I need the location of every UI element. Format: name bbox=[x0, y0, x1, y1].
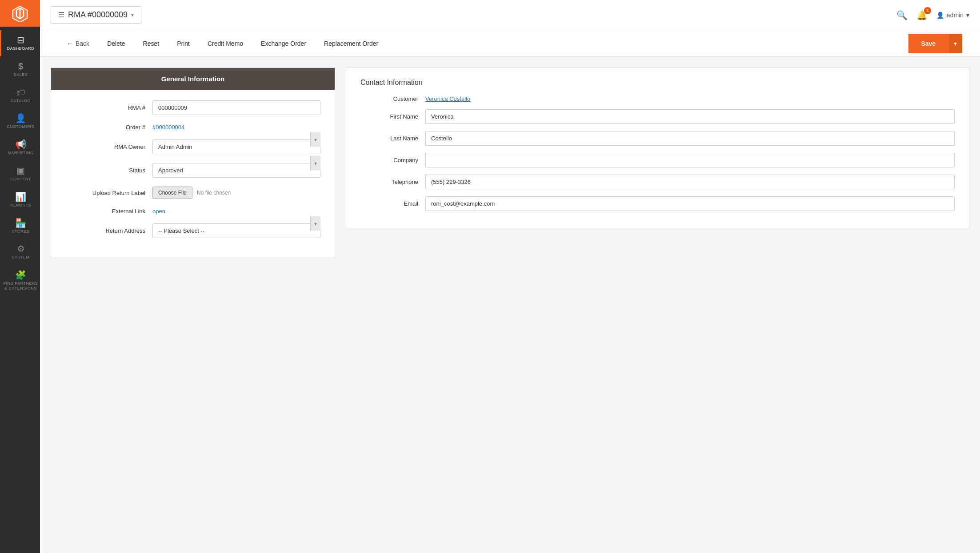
general-information-panel: General Information RMA # Order # #00000… bbox=[51, 68, 335, 258]
title-chevron-icon: ▾ bbox=[131, 12, 134, 18]
telephone-row: Telephone bbox=[360, 175, 955, 189]
general-info-header: General Information bbox=[51, 68, 335, 90]
sidebar-item-system[interactable]: ⚙ SYSTEM bbox=[0, 239, 40, 265]
telephone-label: Telephone bbox=[360, 179, 418, 185]
stores-icon: 🏪 bbox=[15, 219, 26, 227]
content-icon: ▣ bbox=[16, 166, 25, 175]
rma-owner-row: RMA Owner Admin Admin ▾ bbox=[65, 139, 320, 154]
page-content: General Information RMA # Order # #00000… bbox=[40, 57, 980, 553]
sidebar-item-reports[interactable]: 📊 REPORTS bbox=[0, 187, 40, 213]
admin-avatar-icon: 👤 bbox=[936, 12, 944, 19]
sidebar-item-label: MARKETING bbox=[8, 151, 33, 155]
save-dropdown-button[interactable]: ▾ bbox=[948, 34, 962, 53]
first-name-input[interactable] bbox=[425, 109, 955, 124]
sidebar: ⊟ DASHBOARD $ SALES 🏷 CATALOG 👤 CUSTOMER… bbox=[0, 0, 40, 553]
sidebar-item-extensions[interactable]: 🧩 FIND PARTNERS & EXTENSIONS bbox=[0, 265, 40, 296]
back-arrow-icon: ← bbox=[67, 40, 73, 47]
return-address-select[interactable]: -- Please Select -- bbox=[152, 223, 320, 238]
last-name-label: Last Name bbox=[360, 135, 418, 142]
status-select-wrap: Approved ▾ bbox=[152, 163, 320, 178]
delete-label: Delete bbox=[107, 40, 125, 47]
email-label: Email bbox=[360, 200, 418, 207]
reset-label: Reset bbox=[143, 40, 160, 47]
back-button[interactable]: ← Back bbox=[58, 30, 98, 57]
print-label: Print bbox=[177, 40, 190, 47]
rma-number-row: RMA # bbox=[65, 100, 320, 115]
admin-label: admin bbox=[947, 12, 964, 19]
customer-link[interactable]: Veronica Costello bbox=[425, 95, 470, 102]
exchange-order-label: Exchange Order bbox=[261, 40, 306, 47]
first-name-label: First Name bbox=[360, 113, 418, 120]
save-button[interactable]: Save bbox=[908, 34, 948, 53]
general-info-body: RMA # Order # #000000004 RMA Owner Admin… bbox=[51, 90, 335, 258]
exchange-order-button[interactable]: Exchange Order bbox=[252, 30, 315, 57]
back-label: Back bbox=[76, 40, 89, 47]
reset-button[interactable]: Reset bbox=[134, 30, 168, 57]
sidebar-item-content[interactable]: ▣ CONTENT bbox=[0, 161, 40, 187]
external-link-label: External Link bbox=[65, 208, 145, 215]
status-row: Status Approved ▾ bbox=[65, 163, 320, 178]
status-label: Status bbox=[65, 167, 145, 174]
sidebar-item-catalog[interactable]: 🏷 CATALOG bbox=[0, 83, 40, 109]
replacement-order-label: Replacement Order bbox=[324, 40, 378, 47]
contact-information-panel: Contact Information Customer Veronica Co… bbox=[346, 68, 969, 229]
return-address-label: Return Address bbox=[65, 227, 145, 234]
main-content: ☰ RMA #00000009 ▾ 🔍 🔔 3 👤 admin ▾ ← Back… bbox=[40, 0, 980, 553]
page-header: ☰ RMA #00000009 ▾ 🔍 🔔 3 👤 admin ▾ bbox=[40, 0, 980, 30]
search-icon[interactable]: 🔍 bbox=[896, 10, 908, 20]
sidebar-item-sales[interactable]: $ SALES bbox=[0, 56, 40, 83]
save-btn-group: Save ▾ bbox=[908, 34, 962, 53]
replacement-order-button[interactable]: Replacement Order bbox=[315, 30, 387, 57]
company-input[interactable] bbox=[425, 153, 955, 167]
external-link-row: External Link open bbox=[65, 208, 320, 215]
rma-number-label: RMA # bbox=[65, 104, 145, 111]
page-title-button[interactable]: ☰ RMA #00000009 ▾ bbox=[51, 6, 141, 24]
customer-row: Customer Veronica Costello bbox=[360, 95, 955, 102]
contact-info-title: Contact Information bbox=[360, 79, 955, 87]
customer-label: Customer bbox=[360, 95, 418, 102]
sidebar-item-customers[interactable]: 👤 CUSTOMERS bbox=[0, 108, 40, 135]
status-select[interactable]: Approved bbox=[152, 163, 320, 178]
sales-icon: $ bbox=[18, 62, 23, 71]
sidebar-logo bbox=[0, 0, 40, 27]
system-icon: ⚙ bbox=[17, 244, 25, 253]
rma-owner-select-wrap: Admin Admin ▾ bbox=[152, 139, 320, 154]
sidebar-item-label: CONTENT bbox=[10, 177, 31, 182]
external-link[interactable]: open bbox=[152, 208, 165, 215]
notification-badge: 3 bbox=[924, 7, 931, 14]
sidebar-item-label: SYSTEM bbox=[12, 255, 29, 260]
telephone-input[interactable] bbox=[425, 175, 955, 189]
print-button[interactable]: Print bbox=[168, 30, 199, 57]
reports-icon: 📊 bbox=[15, 192, 26, 201]
header-left: ☰ RMA #00000009 ▾ bbox=[51, 6, 141, 24]
action-toolbar: ← Back Delete Reset Print Credit Memo Ex… bbox=[40, 30, 980, 57]
sidebar-item-label: SALES bbox=[14, 72, 28, 77]
order-number-label: Order # bbox=[65, 124, 145, 131]
file-input-wrap: Choose File No file chosen bbox=[152, 187, 231, 199]
last-name-input[interactable] bbox=[425, 131, 955, 146]
company-label: Company bbox=[360, 157, 418, 163]
last-name-row: Last Name bbox=[360, 131, 955, 146]
company-row: Company bbox=[360, 153, 955, 167]
upload-return-label-row: Upload Return Label Choose File No file … bbox=[65, 187, 320, 199]
delete-button[interactable]: Delete bbox=[98, 30, 134, 57]
notifications-icon[interactable]: 🔔 3 bbox=[916, 10, 928, 20]
sidebar-item-label: STORES bbox=[12, 229, 30, 234]
choose-file-button[interactable]: Choose File bbox=[152, 187, 192, 199]
rma-number-input[interactable] bbox=[152, 100, 320, 115]
admin-menu[interactable]: 👤 admin ▾ bbox=[936, 12, 969, 19]
order-number-link[interactable]: #000000004 bbox=[152, 124, 184, 131]
rma-owner-label: RMA Owner bbox=[65, 143, 145, 150]
marketing-icon: 📢 bbox=[15, 140, 26, 149]
no-file-text: No file chosen bbox=[197, 190, 231, 196]
sidebar-item-label: REPORTS bbox=[10, 203, 31, 208]
order-number-row: Order # #000000004 bbox=[65, 124, 320, 131]
credit-memo-button[interactable]: Credit Memo bbox=[199, 30, 252, 57]
sidebar-item-marketing[interactable]: 📢 MARKETING bbox=[0, 135, 40, 161]
sidebar-item-dashboard[interactable]: ⊟ DASHBOARD bbox=[0, 30, 40, 56]
customers-icon: 👤 bbox=[15, 114, 26, 123]
email-input[interactable] bbox=[425, 196, 955, 211]
rma-owner-select[interactable]: Admin Admin bbox=[152, 139, 320, 154]
sidebar-item-label: CATALOG bbox=[11, 99, 31, 103]
sidebar-item-stores[interactable]: 🏪 STORES bbox=[0, 213, 40, 239]
